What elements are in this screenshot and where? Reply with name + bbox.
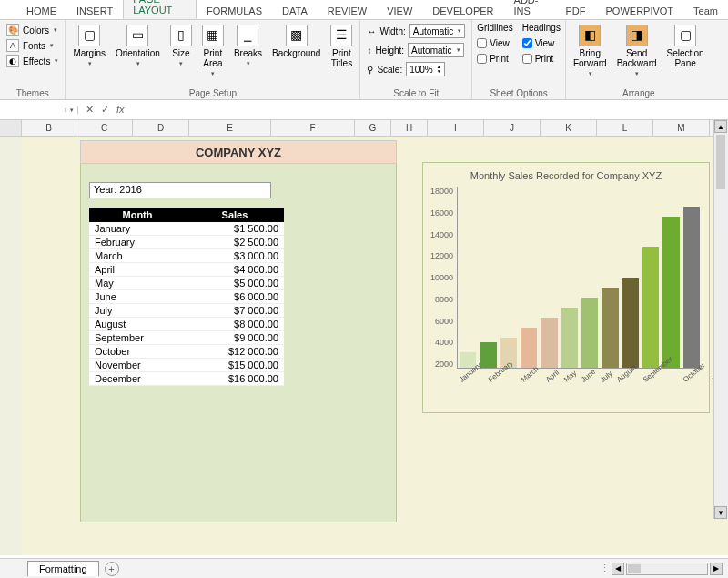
table-row[interactable]: May$5 000.00 <box>89 277 284 290</box>
tab-split-icon[interactable]: ⋮ <box>600 563 610 574</box>
height-control[interactable]: ↕Height: Automatic▾ <box>365 42 467 58</box>
scale-control[interactable]: ⚲Scale: 100%▲▼ <box>365 61 467 77</box>
chart-bar <box>622 278 639 369</box>
send-backward-button[interactable]: ◨Send Backward▾ <box>614 23 660 79</box>
tab-data[interactable]: DATA <box>272 2 318 19</box>
tab-review[interactable]: REVIEW <box>318 2 377 19</box>
print-titles-icon: ☰ <box>330 25 352 46</box>
size-button[interactable]: ▯Size▾ <box>167 23 195 69</box>
scroll-up-icon[interactable]: ▲ <box>714 120 727 133</box>
vertical-scrollbar[interactable]: ▲ ▼ <box>713 120 728 519</box>
column-header[interactable]: J <box>484 120 541 136</box>
formula-input[interactable] <box>132 108 728 112</box>
tab-add-ins[interactable]: ADD-INS <box>504 0 556 19</box>
enter-icon[interactable]: ✓ <box>101 104 109 116</box>
colors-button[interactable]: 🎨Colors▾ <box>5 23 60 37</box>
scroll-thumb[interactable] <box>628 564 641 573</box>
horizontal-scrollbar[interactable]: ⋮ ◀ ▶ <box>600 563 723 575</box>
fx-icon[interactable]: fx <box>116 104 125 116</box>
table-row[interactable]: March$3 000.00 <box>89 249 284 263</box>
group-arrange: ◧Bring Forward▾ ◨Send Backward▾ ▢Selecti… <box>566 20 712 99</box>
scale-combo[interactable]: 100%▲▼ <box>406 62 445 76</box>
chart-x-axis: JanuaryFebruaryMarchAprilMayJuneJulyAugu… <box>430 369 702 386</box>
spinner-icon[interactable]: ▲▼ <box>437 65 441 74</box>
orientation-button[interactable]: ▭Orientation▾ <box>113 23 163 69</box>
column-header[interactable]: C <box>76 120 133 136</box>
width-icon: ↔ <box>367 26 376 36</box>
breaks-button[interactable]: ⎯Breaks▾ <box>231 23 265 69</box>
tab-powerpivot[interactable]: POWERPIVOT <box>596 2 684 19</box>
chart-bar <box>541 318 557 368</box>
effects-button[interactable]: ◐Effects▾ <box>5 54 60 68</box>
height-combo[interactable]: Automatic▾ <box>408 43 463 57</box>
name-box-dropdown-icon[interactable]: ▾ <box>66 106 78 114</box>
tab-team[interactable]: Team <box>683 2 728 19</box>
gridlines-print-checkbox[interactable]: Print <box>477 54 512 64</box>
group-label-page-setup: Page Setup <box>70 87 355 98</box>
column-header[interactable]: I <box>428 120 484 136</box>
table-row[interactable]: September$9 000.00 <box>89 331 284 345</box>
tab-insert[interactable]: INSERT <box>66 2 123 19</box>
column-header[interactable]: G <box>355 120 391 136</box>
send-backward-icon: ◨ <box>626 25 648 46</box>
table-row[interactable]: December$16 000.00 <box>89 372 284 386</box>
tab-home[interactable]: HOME <box>16 2 66 19</box>
column-header[interactable]: K <box>541 120 597 136</box>
print-area-icon: ▦ <box>202 25 224 46</box>
scroll-down-icon[interactable]: ▼ <box>714 506 727 519</box>
effects-icon: ◐ <box>6 55 19 67</box>
table-row[interactable]: February$2 500.00 <box>89 236 284 249</box>
tab-formulas[interactable]: FORMULAS <box>197 2 272 19</box>
table-row[interactable]: April$4 000.00 <box>89 263 284 277</box>
table-row[interactable]: November$15 000.00 <box>89 359 284 372</box>
margins-button[interactable]: ▢Margins▾ <box>70 23 108 69</box>
chart[interactable]: Monthly Sales Recorded for Company XYZ 1… <box>422 162 710 413</box>
sheet-tab-formatting[interactable]: Formatting <box>27 561 99 576</box>
size-icon: ▯ <box>170 25 192 46</box>
chart-bar <box>521 328 537 368</box>
cancel-icon[interactable]: ✕ <box>86 104 94 116</box>
year-cell[interactable]: Year: 2016 <box>89 182 271 198</box>
column-header[interactable]: B <box>22 120 76 136</box>
orientation-icon: ▭ <box>126 25 148 46</box>
headings-view-checkbox[interactable]: View <box>522 38 561 48</box>
table-row[interactable]: October$12 000.00 <box>89 345 284 359</box>
table-row[interactable]: August$8 000.00 <box>89 318 284 331</box>
scroll-left-icon[interactable]: ◀ <box>612 563 624 575</box>
table-row[interactable]: July$7 000.00 <box>89 304 284 318</box>
tab-page-layout[interactable]: PAGE LAYOUT <box>123 0 197 19</box>
table-row[interactable]: June$6 000.00 <box>89 290 284 304</box>
tab-view[interactable]: VIEW <box>377 2 422 19</box>
width-control[interactable]: ↔Width: Automatic▾ <box>365 23 467 39</box>
chevron-down-icon: ▾ <box>589 70 592 77</box>
name-box[interactable] <box>0 108 66 112</box>
table-row[interactable]: January$1 500.00 <box>89 222 284 236</box>
scroll-right-icon[interactable]: ▶ <box>710 563 723 575</box>
scroll-thumb[interactable] <box>716 135 725 189</box>
headings-print-checkbox[interactable]: Print <box>522 54 561 64</box>
bring-forward-button[interactable]: ◧Bring Forward▾ <box>571 23 610 79</box>
worksheet-area[interactable]: COMPANY XYZ Year: 2016 Month Sales Janua… <box>0 137 728 555</box>
tab-developer[interactable]: DEVELOPER <box>422 2 503 19</box>
sales-table[interactable]: Month Sales January$1 500.00February$2 5… <box>89 208 284 386</box>
selection-pane-button[interactable]: ▢Selection Pane <box>664 23 707 70</box>
background-icon: ▩ <box>286 25 308 46</box>
column-header[interactable]: D <box>133 120 189 136</box>
width-combo[interactable]: Automatic▾ <box>410 24 465 38</box>
column-header[interactable]: H <box>391 120 428 136</box>
fonts-button[interactable]: AFonts▾ <box>5 38 60 53</box>
chevron-down-icon: ▾ <box>247 60 250 67</box>
tab-pdf[interactable]: PDF <box>556 2 596 19</box>
select-all-corner[interactable] <box>0 120 22 136</box>
chart-bar <box>662 217 679 368</box>
print-titles-button[interactable]: ☰Print Titles <box>328 23 355 70</box>
print-area-button[interactable]: ▦Print Area▾ <box>199 23 227 79</box>
chevron-down-icon: ▾ <box>458 27 461 35</box>
column-header[interactable]: M <box>653 120 710 136</box>
background-button[interactable]: ▩Background <box>269 23 323 60</box>
column-header[interactable]: F <box>271 120 355 136</box>
column-header[interactable]: L <box>597 120 653 136</box>
new-sheet-button[interactable]: + <box>105 562 119 576</box>
column-header[interactable]: E <box>189 120 271 136</box>
gridlines-view-checkbox[interactable]: View <box>477 38 512 48</box>
